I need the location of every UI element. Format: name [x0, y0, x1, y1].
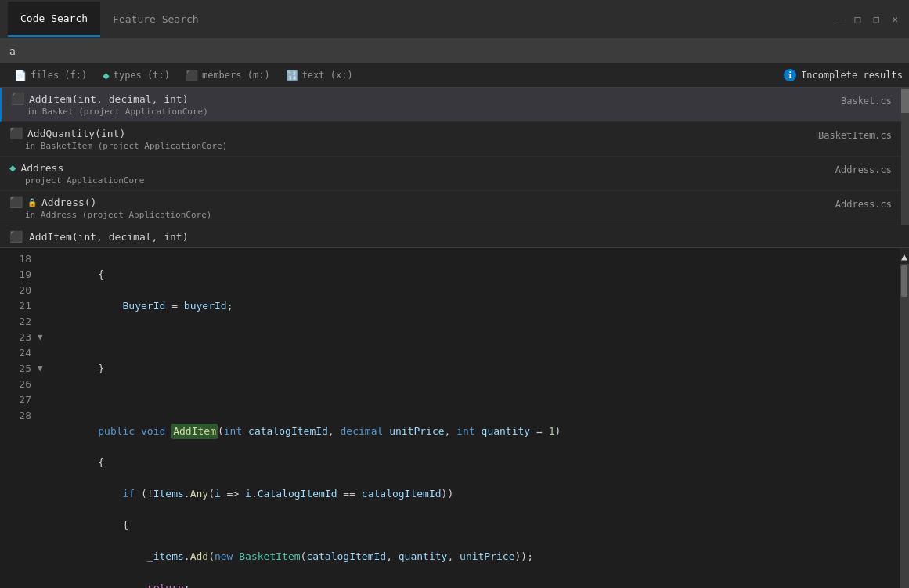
- code-panel-title: AddItem(int, decimal, int): [29, 231, 189, 243]
- code-line-28: return;: [49, 580, 893, 588]
- fold-arrows: ▼ ▼: [38, 248, 43, 588]
- result-name-3: ◆ Address: [9, 161, 144, 174]
- result-icon-4: ⬛: [9, 196, 23, 208]
- members-icon: ⬛: [186, 70, 198, 81]
- tab-code-search[interactable]: Code Search: [8, 2, 100, 37]
- incomplete-label: Incomplete results: [801, 70, 903, 81]
- lock-icon: 🔒: [27, 198, 37, 207]
- text-icon: 🔢: [286, 70, 298, 81]
- result-title-3: Address: [20, 162, 63, 174]
- result-item[interactable]: ◆ Address project ApplicationCore Addres…: [0, 157, 901, 191]
- result-left-1: ⬛ AddItem(int, decimal, int) in Basket (…: [11, 92, 208, 117]
- code-panel-body: 18 19 20 21 22 23 24 25 26 27 28: [0, 248, 909, 588]
- filter-files-label: files (f:): [31, 70, 87, 81]
- result-icon-2: ⬛: [9, 127, 23, 139]
- filter-files[interactable]: 📄 files (f:): [6, 67, 95, 84]
- scroll-up-icon[interactable]: ▲: [900, 248, 909, 264]
- filter-bar: 📄 files (f:) ◆ types (t:) ⬛ members (m:)…: [0, 63, 909, 88]
- line-numbers: 18 19 20 21 22 23 24 25 26 27 28: [0, 248, 38, 588]
- result-icon-1: ⬛: [11, 92, 24, 105]
- scroll-track: [900, 264, 909, 588]
- result-item[interactable]: ⬛ AddQuantity(int) in BasketItem (projec…: [0, 122, 901, 157]
- code-with-numbers: 18 19 20 21 22 23 24 25 26 27 28: [0, 248, 900, 588]
- result-file-2: BasketItem.cs: [818, 130, 892, 141]
- info-icon: i: [784, 69, 796, 81]
- result-left-2: ⬛ AddQuantity(int) in BasketItem (projec…: [9, 127, 227, 151]
- filter-text-label: text (x:): [302, 70, 353, 81]
- result-name-2: ⬛ AddQuantity(int): [9, 127, 227, 139]
- close-icon[interactable]: ✕: [889, 10, 901, 28]
- fold-arrow-23[interactable]: ▼: [38, 330, 43, 345]
- code-line-23: public void AddItem(int catalogItemId, d…: [49, 424, 893, 439]
- result-file-3: Address.cs: [835, 164, 892, 175]
- tab-feature-search[interactable]: Feature Search: [100, 2, 211, 36]
- result-item[interactable]: ⬛ AddItem(int, decimal, int) in Basket (…: [0, 88, 901, 122]
- result-name-1: ⬛ AddItem(int, decimal, int): [11, 92, 208, 105]
- code-panel-header: ⬛ AddItem(int, decimal, int): [0, 225, 909, 248]
- code-panel-icon: ⬛: [9, 230, 23, 243]
- code-line-21: }: [49, 361, 893, 377]
- filter-text[interactable]: 🔢 text (x:): [278, 67, 361, 84]
- code-panel: ⬛ AddItem(int, decimal, int) 18 19 20 21…: [0, 225, 909, 588]
- code-line-18: {: [49, 267, 893, 283]
- minimize-icon[interactable]: —: [833, 10, 846, 28]
- search-input[interactable]: [9, 45, 900, 57]
- filter-types[interactable]: ◆ types (t:): [95, 67, 178, 84]
- scroll-thumb: [901, 265, 907, 297]
- title-bar: Code Search Feature Search — □ ❐ ✕: [0, 0, 909, 39]
- result-file-1: Basket.cs: [841, 96, 892, 106]
- filter-types-label: types (t:): [114, 70, 170, 81]
- code-lines[interactable]: { BuyerId = buyerId; } public void AddIt…: [43, 248, 900, 588]
- result-title-1: AddItem(int, decimal, int): [29, 93, 189, 105]
- result-file-4: Address.cs: [835, 199, 892, 210]
- result-item[interactable]: ⬛ 🔒 Address() in Address (project Applic…: [0, 191, 901, 225]
- results-scrollbar-thumb: [901, 89, 909, 113]
- types-icon: ◆: [103, 69, 109, 81]
- result-left-3: ◆ Address project ApplicationCore: [9, 161, 144, 186]
- result-left-4: ⬛ 🔒 Address() in Address (project Applic…: [9, 196, 211, 220]
- result-sub-4: in Address (project ApplicationCore): [9, 210, 211, 220]
- result-sub-1: in Basket (project ApplicationCore): [11, 106, 208, 117]
- filter-members-label: members (m:): [202, 70, 270, 81]
- incomplete-notice: i Incomplete results: [784, 69, 903, 81]
- result-sub-3: project ApplicationCore: [9, 175, 144, 186]
- code-line-24: {: [49, 455, 893, 471]
- search-box: [0, 39, 909, 63]
- code-scrollbar[interactable]: ▲ ▼: [900, 248, 909, 588]
- result-title-2: AddQuantity(int): [27, 128, 125, 139]
- results-list[interactable]: ⬛ AddItem(int, decimal, int) in Basket (…: [0, 88, 901, 225]
- maximize-icon[interactable]: □: [852, 10, 864, 28]
- restore-icon[interactable]: ❐: [870, 10, 882, 28]
- filter-members[interactable]: ⬛ members (m:): [178, 67, 278, 84]
- main-panel: 📄 files (f:) ◆ types (t:) ⬛ members (m:)…: [0, 39, 909, 588]
- result-title-4: Address(): [41, 197, 96, 208]
- code-line-27: _items.Add(new BasketItem(catalogItemId,…: [49, 549, 893, 565]
- code-line-22: [49, 392, 893, 408]
- result-name-4: ⬛ 🔒 Address(): [9, 196, 211, 208]
- result-sub-2: in BasketItem (project ApplicationCore): [9, 141, 227, 151]
- code-line-19: BuyerId = buyerId;: [49, 298, 893, 314]
- code-line-26: {: [49, 518, 893, 533]
- code-line-20: [49, 330, 893, 345]
- code-line-25: if (!Items.Any(i => i.CatalogItemId == c…: [49, 486, 893, 502]
- fold-arrow-25[interactable]: ▼: [38, 361, 43, 377]
- files-icon: 📄: [14, 70, 27, 81]
- result-icon-3: ◆: [9, 161, 16, 174]
- results-wrapper: ⬛ AddItem(int, decimal, int) in Basket (…: [0, 88, 909, 225]
- results-scrollbar[interactable]: [901, 88, 909, 225]
- window-controls: — □ ❐ ✕: [833, 10, 901, 28]
